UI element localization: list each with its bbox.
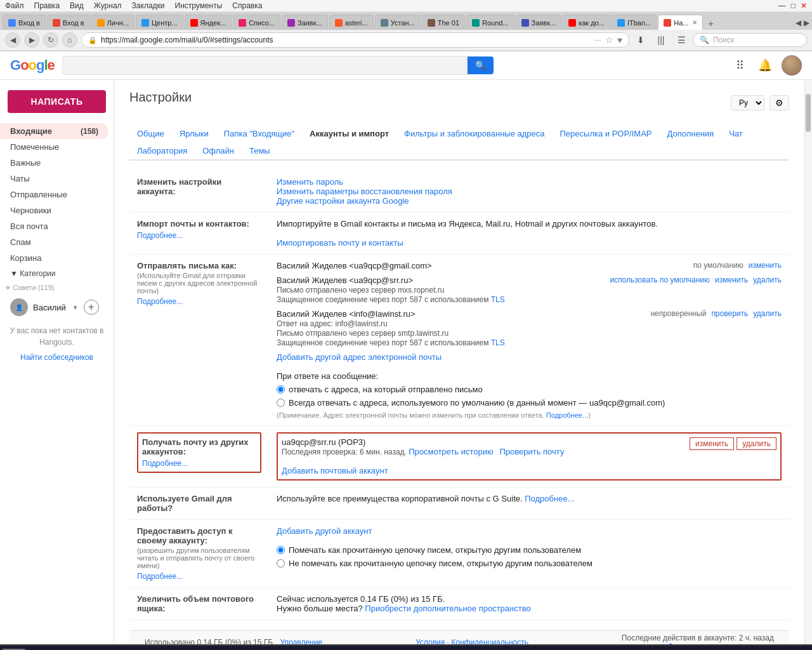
sidebar-item-categories[interactable]: ▼ Категории (0, 266, 108, 281)
nav-refresh[interactable]: ↻ (43, 32, 58, 48)
address-bar[interactable]: 🔒 https://mail.google.com/mail/u/0/#sett… (81, 32, 629, 48)
reply-radio-2[interactable] (277, 399, 285, 407)
delegate-details-link[interactable]: Подробнее... (137, 572, 261, 581)
tls-link-1[interactable]: TLS (491, 295, 505, 304)
more-info-link[interactable]: Дополнительная информация (667, 642, 774, 644)
address-menu-icon[interactable]: ··· (595, 36, 601, 44)
language-select[interactable]: Ру (731, 95, 764, 110)
sidebar-item-sent[interactable]: Отправленные (0, 187, 108, 202)
window-close[interactable]: ✕ (801, 1, 807, 10)
delegate-radio-2[interactable] (277, 559, 285, 567)
sidebar-item-inbox[interactable]: Входящие (158) (0, 123, 108, 139)
sidebar-item-chats[interactable]: Чаты (0, 171, 108, 187)
manage-link[interactable]: Управление (280, 638, 322, 644)
tab-close-15[interactable]: ✕ (692, 19, 697, 26)
right-scrollbar[interactable] (804, 80, 812, 644)
compose-button[interactable]: НАПИСАТЬ (8, 90, 106, 113)
find-contacts-link[interactable]: Найти собеседников (0, 353, 114, 362)
browser-tab-1[interactable]: Вход в (3, 15, 46, 30)
other-account-settings-link[interactable]: Другие настройки аккаунта Google (277, 196, 409, 206)
browser-tab-13[interactable]: как до... (563, 15, 610, 30)
menu-view[interactable]: Вид (70, 1, 84, 10)
search-button[interactable]: 🔍 (468, 56, 494, 74)
tab-scroll-right[interactable]: ▶ (804, 18, 809, 27)
nav-home[interactable]: ⌂ (62, 32, 77, 48)
account-3-delete-link[interactable]: удалить (753, 309, 782, 318)
account-1-change-link[interactable]: изменить (749, 261, 782, 270)
sidebar-item-trash[interactable]: Корзина (0, 250, 108, 266)
import-details-link[interactable]: Подробнее... (137, 231, 261, 240)
search-input[interactable] (62, 56, 468, 75)
buy-storage-link[interactable]: Приобрести дополнительное пространство (365, 604, 530, 613)
tab-addons[interactable]: Дополнения (660, 125, 722, 142)
tab-accounts[interactable]: Аккаунты и импорт (302, 125, 396, 142)
search-bar-nav[interactable]: 🔍 Поиск (693, 33, 807, 47)
sidebar-contact-vasily[interactable]: 👤 Василий ▼ + (0, 295, 114, 320)
receive-from-delete-button[interactable]: удалить (737, 437, 776, 450)
tab-chat[interactable]: Чат (721, 125, 750, 142)
nav-forward[interactable]: ▶ (24, 32, 39, 48)
bookmarks-sidebar-icon[interactable]: ||| (653, 32, 669, 48)
nav-back[interactable]: ◀ (5, 32, 20, 48)
menu-file[interactable]: Файл (5, 1, 24, 10)
add-delegate-account-link[interactable]: Добавить другой аккаунт (277, 526, 372, 536)
browser-tab-10[interactable]: The 01 (422, 15, 465, 30)
tab-lab[interactable]: Лаборатория (129, 142, 195, 159)
reply-note-link[interactable]: Подробнее... (546, 411, 588, 419)
tab-filters[interactable]: Фильтры и заблокированные адреса (396, 125, 552, 142)
menu-help[interactable]: Справка (232, 1, 262, 10)
account-3-verify-link[interactable]: проверить (711, 309, 748, 318)
browser-tab-14[interactable]: ITban... (612, 15, 657, 30)
gsuite-link[interactable]: Подробнее... (525, 494, 574, 503)
terms-link[interactable]: Условия (416, 638, 445, 644)
contact-dropdown-icon[interactable]: ▼ (72, 304, 79, 311)
menu-bookmarks[interactable]: Закладки (132, 1, 165, 10)
check-mail-link[interactable]: Проверить почту (499, 447, 564, 456)
browser-tab-9[interactable]: Устан... (375, 15, 421, 30)
browser-tab-5[interactable]: Яндек... (185, 15, 232, 30)
sidebar-item-drafts[interactable]: Черновики (0, 202, 108, 218)
receive-from-details-link[interactable]: Подробнее... (142, 459, 256, 468)
reply-radio-1[interactable] (277, 385, 285, 394)
import-action-link[interactable]: Импортировать почту и контакты (277, 238, 403, 248)
add-contact-button[interactable]: + (84, 300, 99, 315)
tab-general[interactable]: Общие (129, 125, 172, 142)
change-password-link[interactable]: Изменить пароль (277, 177, 343, 187)
menu-tools[interactable]: Инструменты (175, 1, 223, 10)
bell-icon[interactable]: 🔔 (756, 56, 774, 74)
browser-tab-8[interactable]: asteri... (329, 15, 374, 30)
delegate-radio-1[interactable] (277, 546, 285, 554)
bookmark-icon[interactable]: ☆ (605, 35, 613, 45)
scrollbar-thumb[interactable] (806, 94, 811, 132)
privacy-link[interactable]: Конфиденциальность (451, 638, 528, 644)
account-2-delete-link[interactable]: удалить (753, 275, 782, 284)
tab-offline[interactable]: Офлайн (195, 142, 242, 159)
browser-tab-7[interactable]: Заявк... (282, 15, 328, 30)
browser-tab-6[interactable]: Списо... (233, 15, 280, 30)
new-tab-button[interactable]: + (704, 17, 717, 30)
tab-forwarding[interactable]: Пересылка и POP/IMAP (553, 125, 660, 142)
sidebar-item-spam[interactable]: Спам (0, 234, 108, 250)
change-recovery-link[interactable]: Изменить параметры восстановления пароля (277, 187, 452, 196)
sidebar-item-all[interactable]: Вся почта (0, 218, 108, 234)
browser-tab-4[interactable]: Центр... (136, 15, 183, 30)
heart-icon[interactable]: ♥ (617, 35, 622, 45)
send-as-details-link[interactable]: Подробнее... (137, 297, 261, 306)
window-minimize[interactable]: — (778, 1, 786, 10)
receive-from-edit-button[interactable]: изменить (690, 437, 734, 450)
view-history-link[interactable]: Просмотреть историю (409, 447, 494, 456)
apps-icon[interactable]: ⠿ (731, 56, 749, 74)
search-bar[interactable]: 🔍 (62, 56, 494, 75)
extensions-icon[interactable]: ☰ (674, 32, 689, 48)
menu-journal[interactable]: Журнал (94, 1, 122, 10)
browser-tab-2[interactable]: Вход в (47, 15, 90, 30)
add-email-address-link[interactable]: Добавить другой адрес электронной почты (277, 352, 442, 362)
browser-tab-3[interactable]: Личн... (91, 15, 134, 30)
download-icon[interactable]: ⬇ (633, 32, 648, 48)
browser-tab-12[interactable]: Заявк... (516, 15, 562, 30)
tab-labels[interactable]: Ярлыки (172, 125, 216, 142)
browser-tab-15[interactable]: На... ✕ (658, 15, 703, 30)
menu-edit[interactable]: Правка (34, 1, 60, 10)
tab-scroll-left[interactable]: ◀ (796, 18, 801, 27)
user-avatar[interactable] (782, 55, 802, 76)
